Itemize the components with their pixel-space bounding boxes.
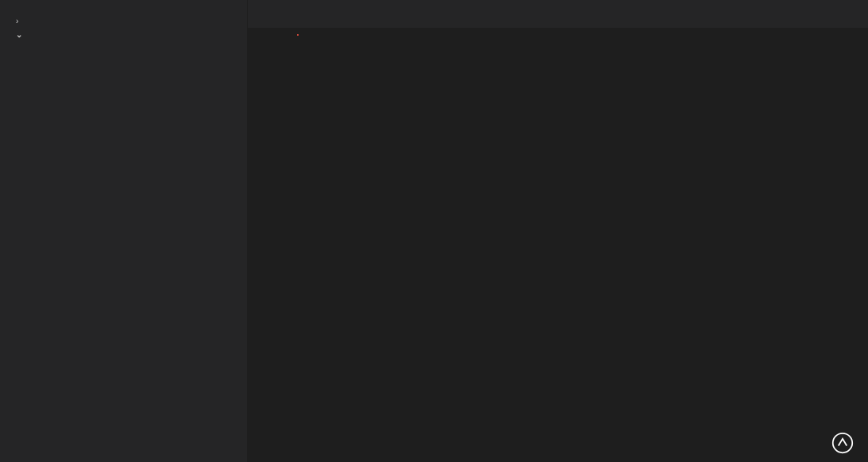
watermark-logo-icon <box>831 432 854 454</box>
line-gutter <box>248 34 297 462</box>
chevron-down-icon: ⌄ <box>16 30 27 39</box>
explorer-title <box>0 0 247 14</box>
editor-area <box>248 0 868 462</box>
watermark <box>831 432 858 454</box>
code-lines[interactable] <box>297 34 868 462</box>
workspace-section[interactable]: ⌄ <box>0 28 247 41</box>
tab-bar <box>248 0 868 28</box>
explorer-sidebar: › ⌄ <box>0 0 248 462</box>
highlight-box <box>297 34 299 36</box>
breadcrumb[interactable] <box>248 28 868 34</box>
code-editor[interactable] <box>248 34 868 462</box>
chevron-right-icon: › <box>16 17 27 25</box>
opened-editors-section[interactable]: › <box>0 14 247 28</box>
svg-point-0 <box>833 433 853 453</box>
file-tree <box>0 41 247 462</box>
